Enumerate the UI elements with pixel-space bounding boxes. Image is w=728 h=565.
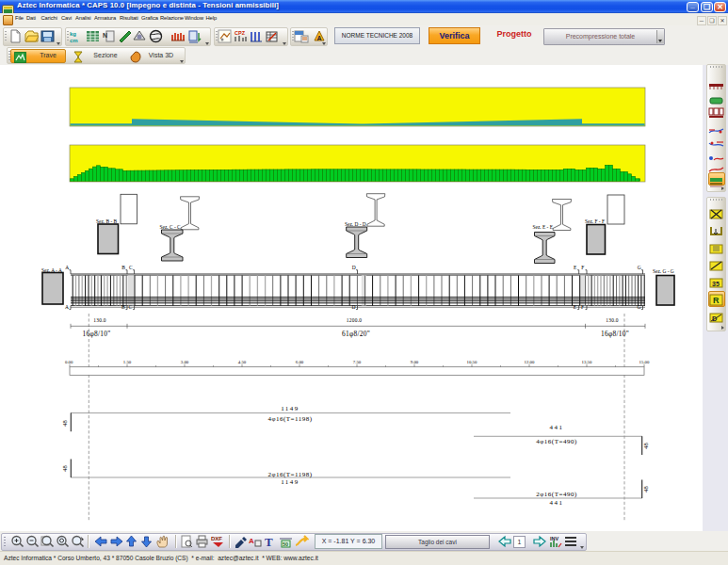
svg-text:Sez. E - E: Sez. E - E [533,224,554,230]
svg-text:A: A [317,35,322,41]
svg-text:13.50: 13.50 [582,360,592,364]
svg-text:4φ16(T=490): 4φ16(T=490) [536,438,577,445]
svg-text:Sez. B - B: Sez. B - B [96,218,118,224]
svg-text:CPZ: CPZ [235,30,246,36]
svg-text:R: R [713,296,720,305]
svg-text:6.00: 6.00 [296,360,304,364]
svg-text:C: C [129,304,133,310]
svg-text:1200.0: 1200.0 [347,317,363,323]
svg-text:2φ16(T=490): 2φ16(T=490) [536,491,577,498]
svg-text:16φ8/10": 16φ8/10" [82,330,110,338]
svg-text:N: N [103,32,107,39]
svg-text:Sez. F - F: Sez. F - F [585,218,605,224]
svg-text:B: B [121,265,125,270]
svg-text:48: 48 [642,486,649,492]
svg-text:F: F [581,304,584,310]
svg-text:T: T [265,535,273,548]
svg-text:Sez. D - D: Sez. D - D [345,221,366,227]
svg-text:1149: 1149 [281,478,299,486]
svg-text:35: 35 [712,281,720,287]
svg-text:130.0: 130.0 [606,317,619,323]
svg-text:1149: 1149 [281,405,299,412]
svg-text:441: 441 [550,499,564,507]
svg-text:9.00: 9.00 [411,360,419,364]
svg-text:A: A [249,537,254,545]
svg-text:D: D [352,304,356,310]
svg-text:50: 50 [283,541,288,547]
svg-text:48: 48 [642,443,649,449]
svg-text:48: 48 [61,420,68,427]
svg-text:kg: kg [70,31,76,37]
svg-text:DXF: DXF [211,536,222,541]
svg-text:F: F [581,265,584,270]
svg-text:15.00: 15.00 [639,360,650,364]
svg-text:C: C [129,265,133,270]
svg-text:B: B [121,304,125,310]
svg-text:4.50: 4.50 [238,360,247,364]
svg-text:12.00: 12.00 [525,360,535,364]
svg-text:D: D [352,265,356,270]
svg-text:10.50: 10.50 [467,360,477,364]
svg-text:130.0: 130.0 [93,317,106,323]
svg-text:61φ8/20": 61φ8/20" [342,330,370,338]
svg-text:441: 441 [550,424,564,431]
svg-text:A: A [65,265,69,270]
svg-text:4φ16(T=1198): 4φ16(T=1198) [267,415,312,423]
svg-text:G: G [638,265,641,270]
svg-text:2φ16(T=1198): 2φ16(T=1198) [267,471,312,478]
svg-text:E: E [574,265,577,270]
svg-text:16φ8/10": 16φ8/10" [601,330,629,338]
svg-text:Sez. G - G: Sez. G - G [653,268,674,274]
svg-text:A: A [65,304,69,310]
svg-text:1.50: 1.50 [123,360,132,364]
svg-text:48: 48 [61,465,68,472]
svg-text:G: G [638,304,641,310]
svg-text:E: E [574,304,577,310]
svg-text:cm: cm [70,38,78,43]
svg-text:3.00: 3.00 [181,360,189,364]
svg-text:0.00: 0.00 [65,360,73,364]
svg-text:7.50: 7.50 [353,360,362,364]
svg-text:Sez. C - C: Sez. C - C [160,224,182,230]
